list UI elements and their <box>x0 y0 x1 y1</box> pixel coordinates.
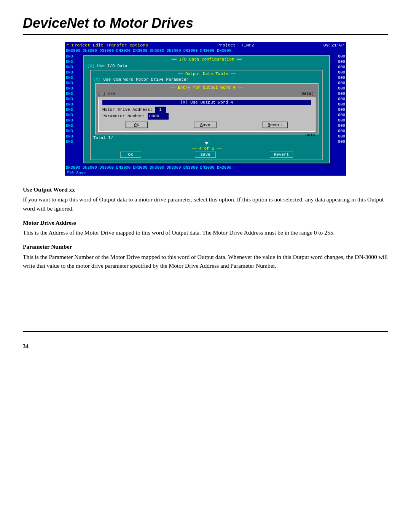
clock: 09:21:07 <box>323 43 344 48</box>
deep-dialog-title: [X] Use Output Word 4 <box>102 100 311 105</box>
pager-row: ══ 4 of 5 ══ <box>93 146 320 151</box>
dn-row-bottom: DN3000 DN3000 DN3000 DN3000 DN3000 DN300… <box>65 165 346 170</box>
heading-parameter-number: Parameter Number <box>23 242 388 251</box>
inner-ok-button[interactable]: Ok <box>125 121 148 128</box>
use-com-checkbox[interactable]: [X] <box>93 77 101 82</box>
param-number-row: Parameter Number: 8000 <box>102 113 311 120</box>
motor-drive-label: Motor Drive Address: <box>102 107 155 112</box>
data-label-right: Data) <box>301 91 314 97</box>
body-use-output-word: If you want to map this word of Output d… <box>23 195 388 213</box>
status-text: F10 Save <box>67 171 86 175</box>
section-motor-drive-address: Motor Drive Address This is the Address … <box>23 218 388 237</box>
section-parameter-number: Parameter Number This is the Parameter N… <box>23 242 388 270</box>
use-unchecked-row[interactable]: [ ] Use Data) <box>98 91 315 97</box>
status-bar: F10 Save <box>65 170 346 176</box>
screenshot-container: ≡ Project Edit Transfer Options Project:… <box>65 42 346 176</box>
output-data-title: ══ Output Data Table ══ <box>93 72 320 76</box>
use-io-row[interactable]: [X] Use I/O Data <box>87 63 326 69</box>
section-use-output-word: Use Output Word xx If you want to map th… <box>23 185 388 213</box>
bottom-rule <box>23 331 388 332</box>
pager-text: 4 of 5 <box>199 146 214 151</box>
heading-use-output-word: Use Output Word xx <box>23 185 388 194</box>
inner-revert-button[interactable]: Revert <box>262 121 288 128</box>
lower-save-button[interactable]: Save <box>195 152 216 158</box>
title-divider <box>23 34 388 35</box>
page-number-section: 34 <box>23 331 388 350</box>
project-name: Project: TEMP2 <box>217 43 254 48</box>
use-unchecked[interactable]: [ ] Use <box>98 91 115 96</box>
center-content: ══ I/O Data Configuration ══ [X] Use I/O… <box>81 53 332 165</box>
left-labels: DN3DN3DN3DN3 DN3DN3DN3DN3 DN3DN3DN3DN3 D… <box>65 53 81 165</box>
entry-dialog: ══ Entry for Output Word 4 ══ [ ] Use Da… <box>95 83 319 134</box>
dn-row-top: DN3000 DN3000 DN3000 DN3000 DN3000 DN300… <box>65 48 346 53</box>
page-number: 34 <box>23 343 388 350</box>
io-config-dialog: ══ I/O Data Configuration ══ [X] Use I/O… <box>83 55 330 163</box>
io-config-title: ══ I/O Data Configuration ══ <box>87 57 326 62</box>
motor-drive-row: Motor Drive Address: 1 <box>102 107 311 113</box>
entry-title: ══ Entry for Output Word 4 ══ <box>98 85 315 90</box>
body-motor-drive-address: This is the Address of the Motor Drive m… <box>23 228 388 237</box>
motor-drive-value[interactable]: 1 <box>155 107 166 113</box>
lower-ok-button[interactable]: Ok <box>120 152 141 158</box>
lower-btn-row: Ok Save Revert <box>93 152 320 158</box>
lower-revert-button[interactable]: Revert <box>270 152 293 158</box>
inner-btn-row: Ok Save Revert <box>102 121 311 128</box>
use-com-word-row[interactable]: [X] Use Com Word Motor Drive Parameter <box>93 77 320 83</box>
param-number-value[interactable]: 8000 <box>148 113 169 120</box>
total-io-row: Total I/ <box>93 135 320 141</box>
output-data-dialog: ══ Output Data Table ══ [X] Use Com Word… <box>90 70 323 160</box>
use-io-label: Use I/O Data <box>97 64 127 68</box>
menu-bar[interactable]: ≡ Project Edit Transfer Options Project:… <box>65 42 346 48</box>
heading-motor-drive-address: Motor Drive Address <box>23 218 388 227</box>
inner-save-button[interactable]: Save <box>194 121 217 128</box>
scroll-indicator <box>93 141 320 145</box>
use-com-label: Use Com Word Motor Drive Parameter <box>103 77 188 82</box>
use-io-checkbox[interactable]: [X] <box>87 64 95 68</box>
deep-dialog: [X] Use Output Word 4 Motor Drive Addres… <box>98 97 315 132</box>
data-label-2-text: Data <box>306 133 315 138</box>
main-area: DN3DN3DN3DN3 DN3DN3DN3DN3 DN3DN3DN3DN3 D… <box>65 53 346 165</box>
total-io-label: Total I/ <box>93 136 113 140</box>
menu-left[interactable]: ≡ Project Edit Transfer Options <box>67 43 148 48</box>
page-title: DeviceNet to Motor Drives <box>23 15 388 31</box>
right-labels: 000000000000 000000000000 000000000000 0… <box>332 53 346 165</box>
param-number-label: Parameter Number: <box>102 114 148 118</box>
body-parameter-number: This is the Parameter Number of the Moto… <box>23 252 388 270</box>
scroll-down-icon[interactable] <box>205 142 209 145</box>
